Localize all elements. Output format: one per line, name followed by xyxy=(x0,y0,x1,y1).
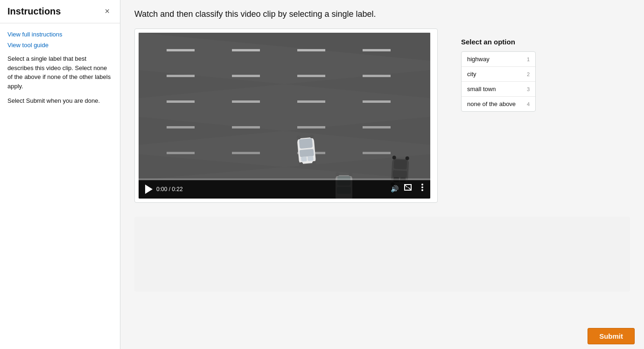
svg-rect-12 xyxy=(297,75,325,77)
svg-rect-15 xyxy=(232,100,260,103)
option-none-number: 4 xyxy=(527,101,530,107)
svg-rect-52 xyxy=(139,178,430,180)
options-panel: Select an option highway 1 city 2 small … xyxy=(452,28,545,121)
svg-rect-18 xyxy=(167,126,195,128)
video-scene: 0:00 / 0:22 🔊 xyxy=(139,33,430,199)
svg-rect-22 xyxy=(167,152,195,154)
svg-rect-23 xyxy=(232,152,260,154)
option-city[interactable]: city 2 xyxy=(462,67,535,82)
option-highway-label: highway xyxy=(467,56,490,63)
option-none-label: none of the above xyxy=(467,100,516,107)
option-small-town[interactable]: small town 3 xyxy=(462,82,535,97)
video-player[interactable]: 0:00 / 0:22 🔊 xyxy=(139,33,430,199)
sidebar: Instructions × View full instructions Vi… xyxy=(0,0,120,349)
svg-point-59 xyxy=(421,186,423,188)
sidebar-title: Instructions xyxy=(7,6,61,17)
svg-point-47 xyxy=(336,172,339,176)
watermark-area xyxy=(134,217,630,292)
svg-rect-10 xyxy=(167,75,195,77)
svg-rect-30 xyxy=(308,156,314,161)
option-small-town-number: 3 xyxy=(527,86,530,92)
option-small-town-label: small town xyxy=(467,85,496,93)
svg-rect-14 xyxy=(167,100,195,103)
svg-rect-11 xyxy=(232,75,260,77)
options-heading: Select an option xyxy=(461,38,536,46)
instruction-text-2: Select Submit when you are done. xyxy=(7,96,112,106)
option-highway-number: 1 xyxy=(527,57,530,62)
task-instruction: Watch and then classify this video clip … xyxy=(134,9,630,19)
svg-text:🔊: 🔊 xyxy=(391,185,399,193)
option-highway[interactable]: highway 1 xyxy=(462,52,535,67)
submit-button[interactable]: Submit xyxy=(588,328,635,344)
svg-rect-13 xyxy=(363,75,391,77)
content-area: Watch and then classify this video clip … xyxy=(120,0,644,349)
option-city-label: city xyxy=(467,71,476,78)
svg-rect-6 xyxy=(167,49,195,51)
svg-rect-17 xyxy=(363,100,391,103)
svg-rect-29 xyxy=(301,157,307,162)
svg-rect-21 xyxy=(363,126,391,128)
bottom-bar: Submit xyxy=(578,323,644,349)
option-list: highway 1 city 2 small town 3 none of th… xyxy=(461,51,536,112)
instruction-text-1: Select a single label that best describe… xyxy=(7,54,112,91)
svg-rect-36 xyxy=(393,159,407,169)
view-tool-guide-link[interactable]: View tool guide xyxy=(7,42,112,49)
svg-point-61 xyxy=(421,184,423,185)
svg-rect-19 xyxy=(232,126,260,128)
option-none-of-above[interactable]: none of the above 4 xyxy=(462,97,535,111)
svg-point-48 xyxy=(349,172,352,176)
svg-text:0:00 / 0:22: 0:00 / 0:22 xyxy=(156,186,183,192)
svg-rect-25 xyxy=(363,152,391,154)
svg-point-60 xyxy=(421,189,423,191)
svg-rect-27 xyxy=(299,138,313,149)
svg-rect-16 xyxy=(297,100,325,103)
option-city-number: 2 xyxy=(527,71,530,77)
svg-rect-9 xyxy=(363,49,391,51)
svg-rect-7 xyxy=(232,49,260,51)
svg-rect-37 xyxy=(392,170,407,178)
view-full-instructions-link[interactable]: View full instructions xyxy=(7,31,112,38)
sidebar-header: Instructions × xyxy=(0,0,120,23)
svg-rect-28 xyxy=(300,149,314,157)
close-button[interactable]: × xyxy=(102,6,112,17)
sidebar-body: View full instructions View tool guide S… xyxy=(0,23,120,119)
svg-rect-20 xyxy=(297,126,325,128)
video-container: 0:00 / 0:22 🔊 xyxy=(134,28,438,203)
svg-rect-8 xyxy=(297,49,325,51)
